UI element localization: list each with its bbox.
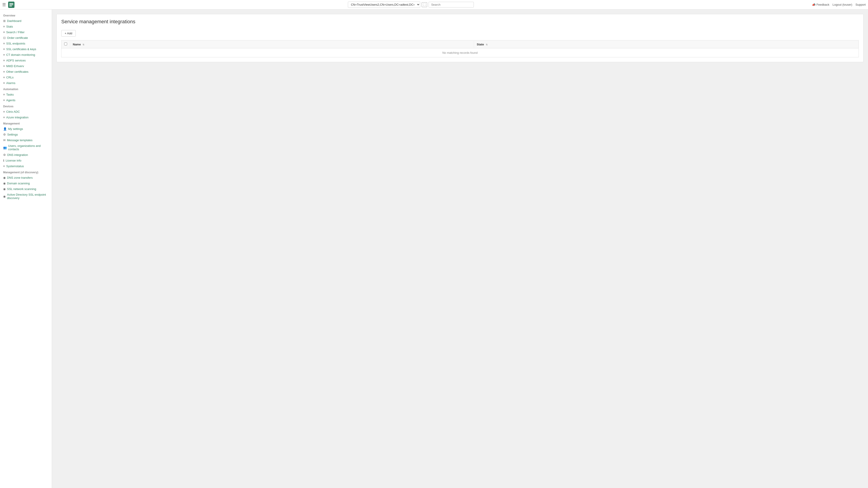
- sidebar-item-crls[interactable]: ≡ CRLs: [0, 74, 52, 80]
- agents-icon: ≡: [3, 98, 5, 102]
- ct-domain-monitoring-icon: ≡: [3, 53, 5, 57]
- sidebar-item-text: DNS integration: [7, 153, 28, 157]
- table-header: Name ⇅ State ⇅: [61, 40, 859, 48]
- sidebar-item-ssl-network-scanning[interactable]: ◉ SSL network scanning: [0, 186, 52, 192]
- citrix-adc-icon: ≡: [3, 110, 5, 113]
- sidebar-item-systemstatus[interactable]: ≡ Systemstatus: [0, 163, 52, 169]
- sidebar-item-my-settings[interactable]: 👤 My settings: [0, 126, 52, 132]
- header-left: ☰: [2, 2, 14, 8]
- sidebar-item-license-info[interactable]: ℹ License info: [0, 158, 52, 163]
- sidebar-item-text: Dashboard: [7, 19, 22, 23]
- search-filter-icon: ≡: [3, 31, 5, 34]
- azure-integration-icon: ≡: [3, 116, 5, 119]
- sidebar-item-azure-integration[interactable]: ≡ Azure integration: [0, 115, 52, 120]
- sidebar-item-citrix-adc[interactable]: ≡ Citrix ADC: [0, 109, 52, 115]
- sidebar-item-adfs-services[interactable]: ≡ ADFS services: [0, 58, 52, 63]
- layout: Overview ⊞ Dashboard ≡ Stats ≡ Search / …: [0, 9, 868, 488]
- sidebar-item-text: My settings: [8, 127, 23, 131]
- sidebar-item-text: Active Directory SSL endpoint discovery: [7, 193, 49, 200]
- svg-rect-1: [9, 3, 13, 4]
- sidebar-item-settings[interactable]: ⚙ Settings: [0, 132, 52, 137]
- sidebar-item-text: DNS zone transfers: [7, 176, 33, 180]
- crls-icon: ≡: [3, 76, 5, 79]
- sidebar-item-text: Domain scanning: [7, 182, 30, 185]
- sidebar-item-order-certificate[interactable]: ⊡ Order certificate: [0, 35, 52, 41]
- adfs-services-icon: ≡: [3, 59, 5, 62]
- sidebar-item-text: CRLs: [6, 76, 14, 79]
- sidebar-item-alarms[interactable]: ≡ Alarms: [0, 80, 52, 86]
- sidebar-item-text: Agents: [6, 98, 16, 102]
- tasks-icon: ≡: [3, 93, 5, 96]
- sidebar-item-text: Azure integration: [6, 116, 29, 119]
- sidebar-item-text: Citrix ADC: [6, 110, 20, 113]
- app-logo: [8, 2, 14, 8]
- sidebar-section-label: Management: [0, 120, 52, 126]
- add-button[interactable]: + Add: [61, 30, 76, 37]
- page-title: Service management integrations: [61, 19, 859, 25]
- sidebar-item-text: Other certificates: [6, 70, 29, 73]
- sidebar-item-text: SSL network scanning: [7, 187, 36, 191]
- settings-icon: ⚙: [3, 133, 6, 136]
- sidebar-item-dns-zone-transfers[interactable]: ◉ DNS zone transfers: [0, 175, 52, 181]
- stats-icon: ≡: [3, 25, 5, 28]
- state-column-header[interactable]: State ⇅: [474, 40, 859, 48]
- other-certificates-icon: ≡: [3, 70, 5, 73]
- search-input[interactable]: [429, 2, 474, 7]
- feedback-button[interactable]: 📣 Feedback: [812, 3, 829, 6]
- empty-row: No matching records found: [61, 48, 859, 57]
- sidebar-item-agents[interactable]: ≡ Agents: [0, 97, 52, 103]
- sidebar-item-users-organizations[interactable]: 👥 Users, organizations and contacts: [0, 143, 52, 152]
- sidebar-item-stats[interactable]: ≡ Stats: [0, 24, 52, 29]
- sidebar-item-message-templates[interactable]: ✉ Message templates: [0, 137, 52, 143]
- logout-button[interactable]: Logout (tvuser): [833, 3, 852, 6]
- message-templates-icon: ✉: [3, 138, 6, 142]
- main-content: Service management integrations + Add Na…: [52, 9, 868, 488]
- select-all-checkbox[interactable]: [64, 42, 67, 45]
- sidebar-item-text: Users, organizations and contacts: [8, 144, 49, 151]
- hamburger-icon[interactable]: ☰: [2, 2, 6, 7]
- support-button[interactable]: Support: [855, 3, 866, 6]
- sidebar-item-domain-scanning[interactable]: ◉ Domain scanning: [0, 181, 52, 186]
- svg-rect-2: [9, 4, 13, 5]
- sidebar-item-other-certificates[interactable]: ≡ Other certificates: [0, 69, 52, 74]
- svg-rect-3: [9, 6, 12, 6]
- sidebar-item-text: Alarms: [6, 81, 16, 85]
- sidebar-item-dns-integration[interactable]: ⚙ DNS integration: [0, 152, 52, 158]
- dns-zone-transfers-icon: ◉: [3, 176, 6, 180]
- sidebar-item-text: Stats: [6, 25, 13, 28]
- sidebar-item-text: Tasks: [6, 93, 14, 96]
- sidebar-section-label: Automation: [0, 86, 52, 92]
- ssl-endpoints-icon: ≡: [3, 42, 5, 45]
- sidebar-item-mitid-erhverv[interactable]: ≡ MitID Erhverv: [0, 63, 52, 69]
- empty-message: No matching records found: [61, 48, 859, 57]
- expand-icon[interactable]: ⛶: [422, 2, 427, 7]
- sidebar: Overview ⊞ Dashboard ≡ Stats ≡ Search / …: [0, 9, 52, 488]
- user-selector[interactable]: CN=TrustViewUsers2,CN=Users,DC=adtest,DC…: [348, 2, 420, 8]
- sidebar-item-tasks[interactable]: ≡ Tasks: [0, 92, 52, 97]
- name-column-header[interactable]: Name ⇅: [70, 40, 474, 48]
- header-center: CN=TrustViewUsers2,CN=Users,DC=adtest,DC…: [14, 2, 807, 8]
- header: ☰ CN=TrustViewUsers2,CN=Users,DC=adtest,…: [0, 0, 868, 9]
- sidebar-item-active-directory-ssl[interactable]: ◉ Active Directory SSL endpoint discover…: [0, 192, 52, 201]
- sidebar-item-text: Search / Filter: [6, 31, 25, 34]
- domain-scanning-icon: ◉: [3, 182, 6, 185]
- table-body: No matching records found: [61, 48, 859, 57]
- ssl-certificates-keys-icon: ≡: [3, 47, 5, 51]
- order-certificate-icon: ⊡: [3, 36, 6, 39]
- users-organizations-icon: 👥: [3, 146, 7, 149]
- sidebar-item-ct-domain-monitoring[interactable]: ≡ CT domain monitoring: [0, 52, 52, 58]
- sidebar-item-text: Settings: [7, 133, 18, 136]
- dashboard-icon: ⊞: [3, 19, 6, 23]
- sidebar-item-ssl-endpoints[interactable]: ≡ SSL endpoints: [0, 41, 52, 46]
- data-table: Name ⇅ State ⇅ No matching records found: [61, 40, 859, 57]
- sidebar-item-ssl-certificates-keys[interactable]: ≡ SSL certificates & keys: [0, 46, 52, 52]
- sidebar-section-label: Overview: [0, 12, 52, 18]
- sidebar-item-text: SSL certificates & keys: [6, 47, 36, 51]
- sidebar-section-label: Management (of discovery): [0, 169, 52, 175]
- feedback-icon: 📣: [812, 3, 815, 6]
- alarms-icon: ≡: [3, 81, 5, 85]
- sidebar-item-text: License info: [6, 159, 21, 162]
- sidebar-item-dashboard[interactable]: ⊞ Dashboard: [0, 18, 52, 24]
- dns-integration-icon: ⚙: [3, 153, 6, 157]
- sidebar-item-search-filter[interactable]: ≡ Search / Filter: [0, 29, 52, 35]
